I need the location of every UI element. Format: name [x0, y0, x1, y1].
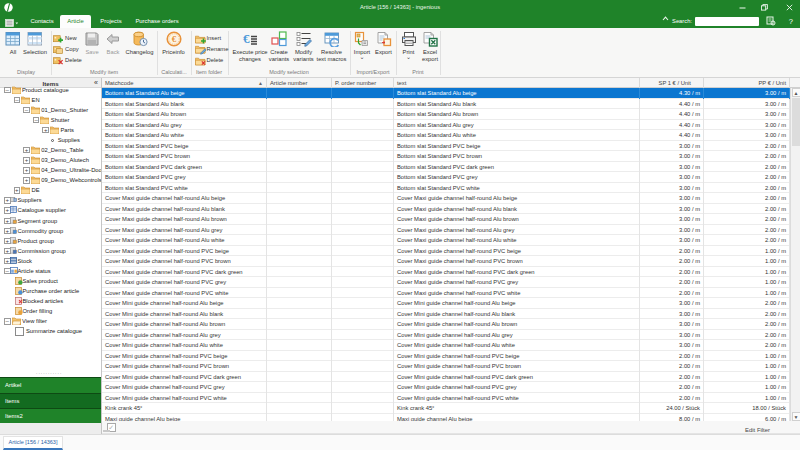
svg-text:€: €	[171, 34, 176, 44]
svg-text:€: €	[243, 31, 250, 46]
